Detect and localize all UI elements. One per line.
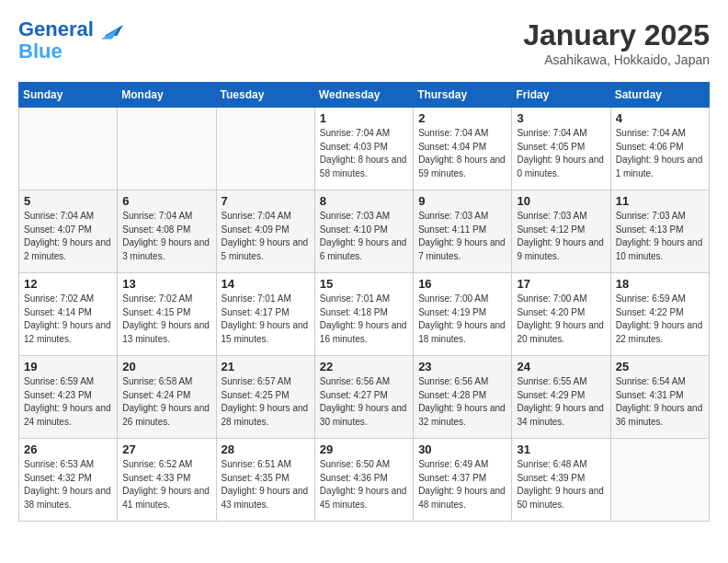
title-block: January 2025 Asahikawa, Hokkaido, Japan bbox=[523, 18, 710, 67]
weekday-header-friday: Friday bbox=[512, 83, 610, 108]
calendar-week-row: 12Sunrise: 7:02 AM Sunset: 4:14 PM Dayli… bbox=[19, 273, 710, 356]
day-info: Sunrise: 7:02 AM Sunset: 4:14 PM Dayligh… bbox=[24, 293, 112, 346]
calendar-cell: 11Sunrise: 7:03 AM Sunset: 4:13 PM Dayli… bbox=[610, 190, 709, 273]
calendar-cell: 30Sunrise: 6:49 AM Sunset: 4:37 PM Dayli… bbox=[414, 439, 512, 522]
day-number: 8 bbox=[320, 194, 408, 208]
day-info: Sunrise: 7:04 AM Sunset: 4:03 PM Dayligh… bbox=[320, 127, 408, 180]
calendar-cell: 8Sunrise: 7:03 AM Sunset: 4:10 PM Daylig… bbox=[314, 190, 413, 273]
day-number: 27 bbox=[122, 442, 210, 456]
day-info: Sunrise: 6:56 AM Sunset: 4:28 PM Dayligh… bbox=[418, 375, 506, 429]
day-info: Sunrise: 6:50 AM Sunset: 4:36 PM Dayligh… bbox=[320, 458, 408, 511]
location: Asahikawa, Hokkaido, Japan bbox=[523, 52, 710, 67]
calendar-cell: 22Sunrise: 6:56 AM Sunset: 4:27 PM Dayli… bbox=[314, 356, 413, 439]
day-number: 10 bbox=[517, 194, 605, 208]
day-number: 11 bbox=[616, 194, 704, 208]
day-number: 23 bbox=[418, 360, 506, 373]
calendar-cell bbox=[19, 108, 118, 190]
calendar-week-row: 1Sunrise: 7:04 AM Sunset: 4:03 PM Daylig… bbox=[19, 108, 710, 190]
day-info: Sunrise: 6:59 AM Sunset: 4:23 PM Dayligh… bbox=[24, 375, 112, 429]
calendar-cell: 26Sunrise: 6:53 AM Sunset: 4:32 PM Dayli… bbox=[19, 439, 118, 522]
day-info: Sunrise: 7:00 AM Sunset: 4:20 PM Dayligh… bbox=[517, 293, 605, 346]
day-number: 28 bbox=[222, 442, 310, 456]
day-number: 26 bbox=[24, 442, 112, 456]
day-number: 20 bbox=[122, 360, 210, 373]
calendar-table: SundayMondayTuesdayWednesdayThursdayFrid… bbox=[18, 82, 710, 522]
day-number: 5 bbox=[24, 194, 112, 208]
day-info: Sunrise: 7:03 AM Sunset: 4:10 PM Dayligh… bbox=[320, 210, 408, 263]
day-number: 30 bbox=[418, 442, 506, 456]
day-info: Sunrise: 6:51 AM Sunset: 4:35 PM Dayligh… bbox=[222, 458, 310, 511]
day-number: 22 bbox=[320, 360, 408, 373]
calendar-cell: 15Sunrise: 7:01 AM Sunset: 4:18 PM Dayli… bbox=[314, 273, 413, 356]
calendar-cell: 27Sunrise: 6:52 AM Sunset: 4:33 PM Dayli… bbox=[118, 439, 216, 522]
day-number: 1 bbox=[320, 111, 408, 125]
day-number: 7 bbox=[222, 194, 310, 208]
day-number: 25 bbox=[616, 360, 704, 373]
day-number: 9 bbox=[418, 194, 506, 208]
day-info: Sunrise: 6:52 AM Sunset: 4:33 PM Dayligh… bbox=[122, 458, 210, 511]
page-header: General Blue January 2025 Asahikawa, Hok… bbox=[18, 18, 710, 67]
calendar-cell: 16Sunrise: 7:00 AM Sunset: 4:19 PM Dayli… bbox=[414, 273, 512, 356]
day-info: Sunrise: 7:00 AM Sunset: 4:19 PM Dayligh… bbox=[418, 293, 506, 346]
day-number: 21 bbox=[222, 360, 310, 373]
day-number: 12 bbox=[24, 277, 112, 291]
calendar-cell bbox=[118, 108, 216, 190]
day-number: 3 bbox=[517, 111, 605, 125]
calendar-cell: 19Sunrise: 6:59 AM Sunset: 4:23 PM Dayli… bbox=[19, 356, 118, 439]
calendar-cell: 29Sunrise: 6:50 AM Sunset: 4:36 PM Dayli… bbox=[314, 439, 413, 522]
calendar-cell: 17Sunrise: 7:00 AM Sunset: 4:20 PM Dayli… bbox=[512, 273, 610, 356]
calendar-cell: 10Sunrise: 7:03 AM Sunset: 4:12 PM Dayli… bbox=[512, 190, 610, 273]
calendar-cell bbox=[216, 108, 314, 190]
day-info: Sunrise: 7:03 AM Sunset: 4:13 PM Dayligh… bbox=[616, 210, 704, 263]
day-number: 31 bbox=[517, 442, 605, 456]
calendar-cell: 2Sunrise: 7:04 AM Sunset: 4:04 PM Daylig… bbox=[414, 108, 512, 190]
logo: General Blue bbox=[18, 18, 123, 63]
calendar-week-row: 5Sunrise: 7:04 AM Sunset: 4:07 PM Daylig… bbox=[19, 190, 710, 273]
day-info: Sunrise: 7:04 AM Sunset: 4:07 PM Dayligh… bbox=[24, 210, 112, 263]
day-info: Sunrise: 7:04 AM Sunset: 4:05 PM Dayligh… bbox=[517, 127, 605, 180]
calendar-cell: 9Sunrise: 7:03 AM Sunset: 4:11 PM Daylig… bbox=[414, 190, 512, 273]
calendar-cell: 31Sunrise: 6:48 AM Sunset: 4:39 PM Dayli… bbox=[512, 439, 610, 522]
day-number: 16 bbox=[418, 277, 506, 291]
day-number: 15 bbox=[320, 277, 408, 291]
day-number: 17 bbox=[517, 277, 605, 291]
calendar-cell: 21Sunrise: 6:57 AM Sunset: 4:25 PM Dayli… bbox=[216, 356, 314, 439]
day-info: Sunrise: 6:53 AM Sunset: 4:32 PM Dayligh… bbox=[24, 458, 112, 511]
day-info: Sunrise: 7:04 AM Sunset: 4:06 PM Dayligh… bbox=[616, 127, 704, 180]
calendar-cell: 20Sunrise: 6:58 AM Sunset: 4:24 PM Dayli… bbox=[118, 356, 216, 439]
day-info: Sunrise: 7:04 AM Sunset: 4:09 PM Dayligh… bbox=[222, 210, 310, 263]
weekday-header-thursday: Thursday bbox=[414, 83, 512, 108]
day-info: Sunrise: 6:56 AM Sunset: 4:27 PM Dayligh… bbox=[320, 375, 408, 429]
calendar-cell: 18Sunrise: 6:59 AM Sunset: 4:22 PM Dayli… bbox=[610, 273, 709, 356]
logo-text: General Blue bbox=[18, 18, 123, 63]
day-number: 18 bbox=[616, 277, 704, 291]
day-info: Sunrise: 6:57 AM Sunset: 4:25 PM Dayligh… bbox=[222, 375, 310, 429]
day-info: Sunrise: 7:04 AM Sunset: 4:04 PM Dayligh… bbox=[418, 127, 506, 180]
day-number: 29 bbox=[320, 442, 408, 456]
day-info: Sunrise: 6:49 AM Sunset: 4:37 PM Dayligh… bbox=[418, 458, 506, 511]
calendar-cell: 12Sunrise: 7:02 AM Sunset: 4:14 PM Dayli… bbox=[19, 273, 118, 356]
day-number: 24 bbox=[517, 360, 605, 373]
calendar-cell: 23Sunrise: 6:56 AM Sunset: 4:28 PM Dayli… bbox=[414, 356, 512, 439]
day-number: 6 bbox=[122, 194, 210, 208]
calendar-cell bbox=[610, 439, 709, 522]
day-info: Sunrise: 7:01 AM Sunset: 4:17 PM Dayligh… bbox=[222, 293, 310, 346]
calendar-cell: 3Sunrise: 7:04 AM Sunset: 4:05 PM Daylig… bbox=[512, 108, 610, 190]
calendar-cell: 25Sunrise: 6:54 AM Sunset: 4:31 PM Dayli… bbox=[610, 356, 709, 439]
day-info: Sunrise: 7:03 AM Sunset: 4:11 PM Dayligh… bbox=[418, 210, 506, 263]
calendar-cell: 4Sunrise: 7:04 AM Sunset: 4:06 PM Daylig… bbox=[610, 108, 709, 190]
day-number: 13 bbox=[122, 277, 210, 291]
day-info: Sunrise: 6:55 AM Sunset: 4:29 PM Dayligh… bbox=[517, 375, 605, 429]
weekday-header-sunday: Sunday bbox=[19, 83, 118, 108]
calendar-cell: 5Sunrise: 7:04 AM Sunset: 4:07 PM Daylig… bbox=[19, 190, 118, 273]
day-number: 14 bbox=[222, 277, 310, 291]
day-number: 19 bbox=[24, 360, 112, 373]
weekday-header-row: SundayMondayTuesdayWednesdayThursdayFrid… bbox=[19, 83, 710, 108]
day-info: Sunrise: 6:54 AM Sunset: 4:31 PM Dayligh… bbox=[616, 375, 704, 429]
day-info: Sunrise: 6:48 AM Sunset: 4:39 PM Dayligh… bbox=[517, 458, 605, 511]
calendar-week-row: 19Sunrise: 6:59 AM Sunset: 4:23 PM Dayli… bbox=[19, 356, 710, 439]
calendar-cell: 14Sunrise: 7:01 AM Sunset: 4:17 PM Dayli… bbox=[216, 273, 314, 356]
month-title: January 2025 bbox=[523, 18, 710, 52]
day-info: Sunrise: 7:03 AM Sunset: 4:12 PM Dayligh… bbox=[517, 210, 605, 263]
day-info: Sunrise: 6:59 AM Sunset: 4:22 PM Dayligh… bbox=[616, 293, 704, 346]
